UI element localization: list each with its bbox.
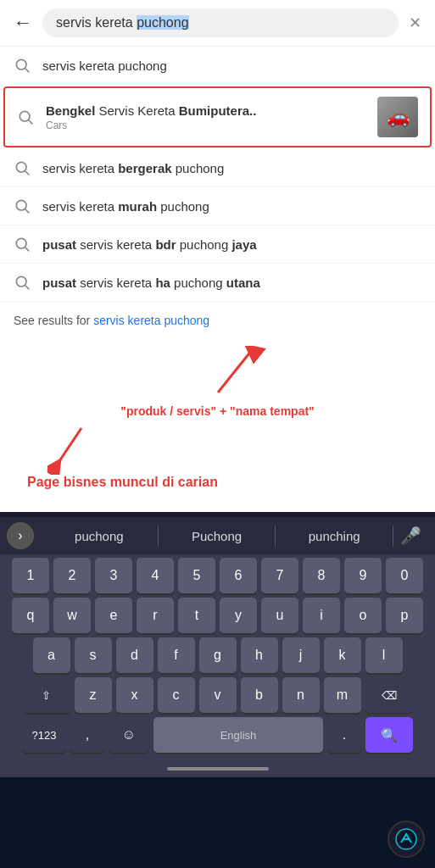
key-6[interactable]: 6 bbox=[220, 558, 257, 593]
expand-suggestions-button[interactable]: › bbox=[7, 522, 34, 549]
search-icon bbox=[14, 274, 31, 291]
key-0[interactable]: 0 bbox=[386, 558, 423, 593]
key-t[interactable]: t bbox=[178, 598, 215, 633]
key-a[interactable]: a bbox=[33, 637, 70, 673]
zxcv-row: ⇧ z x c v b n m ⌫ bbox=[3, 677, 432, 713]
key-g[interactable]: g bbox=[199, 637, 237, 673]
svg-point-6 bbox=[16, 200, 26, 210]
suggestion-text: servis kereta murah puchong bbox=[42, 199, 421, 214]
key-z[interactable]: z bbox=[75, 677, 112, 713]
back-button[interactable]: ← bbox=[10, 8, 36, 37]
key-v[interactable]: v bbox=[199, 677, 237, 713]
key-k[interactable]: k bbox=[324, 637, 361, 673]
key-y[interactable]: y bbox=[220, 598, 257, 633]
num-sym-key[interactable]: ?123 bbox=[22, 717, 66, 753]
business-category: Cars bbox=[46, 120, 365, 131]
annotation-text-2: Page bisnes muncul di carian bbox=[27, 475, 218, 489]
svg-line-11 bbox=[25, 286, 30, 290]
key-9[interactable]: 9 bbox=[344, 558, 382, 593]
key-5[interactable]: 5 bbox=[178, 558, 215, 593]
shift-key[interactable]: ⇧ bbox=[23, 677, 70, 713]
monocal-logo bbox=[394, 827, 418, 851]
word-suggestion-1[interactable]: puchong bbox=[41, 526, 159, 547]
number-row: 1 2 3 4 5 6 7 8 9 0 bbox=[3, 558, 432, 593]
word-suggestion-3[interactable]: punching bbox=[276, 526, 393, 547]
asdf-row: a s d f g h j k l bbox=[3, 637, 432, 673]
suggestion-item[interactable]: servis kereta puchong bbox=[0, 47, 435, 85]
annotation-text-1: "produk / servis" + "nama tempat" bbox=[120, 404, 314, 418]
svg-line-9 bbox=[25, 248, 30, 252]
word-suggestion-2[interactable]: Puchong bbox=[159, 526, 276, 547]
suggestion-item[interactable]: pusat servis kereta bdr puchong jaya bbox=[0, 225, 435, 264]
key-h[interactable]: h bbox=[241, 637, 278, 673]
annotation-block: "produk / servis" + "nama tempat" Page b… bbox=[0, 339, 435, 512]
comma-key[interactable]: , bbox=[70, 717, 104, 753]
backspace-key[interactable]: ⌫ bbox=[365, 677, 413, 713]
svg-line-3 bbox=[29, 120, 33, 125]
key-q[interactable]: q bbox=[12, 598, 49, 633]
suggestion-item[interactable]: pusat servis kereta ha puchong utana bbox=[0, 264, 435, 302]
home-indicator bbox=[167, 767, 269, 771]
suggestion-item[interactable]: servis kereta murah puchong bbox=[0, 187, 435, 225]
suggestion-text: pusat servis kereta ha puchong utana bbox=[42, 275, 421, 290]
key-o[interactable]: o bbox=[344, 598, 382, 633]
key-4[interactable]: 4 bbox=[137, 558, 174, 593]
car-icon: 🚗 bbox=[387, 106, 410, 128]
suggestion-text: servis kereta puchong bbox=[42, 58, 421, 73]
key-m[interactable]: m bbox=[324, 677, 361, 713]
search-text-normal: servis kereta puchong bbox=[56, 15, 189, 31]
arrow-down-container bbox=[14, 424, 421, 475]
key-i[interactable]: i bbox=[303, 598, 340, 633]
suggestion-item-business[interactable]: Bengkel Servis Kereta Bumiputera.. Cars … bbox=[3, 86, 432, 147]
search-area: ← servis kereta puchong ✕ bbox=[0, 0, 435, 46]
search-key[interactable]: 🔍 bbox=[365, 717, 413, 753]
key-d[interactable]: d bbox=[116, 637, 153, 673]
key-n[interactable]: n bbox=[282, 677, 320, 713]
see-results-prefix: See results for bbox=[14, 314, 93, 327]
key-w[interactable]: w bbox=[53, 598, 91, 633]
search-icon bbox=[17, 108, 34, 125]
key-8[interactable]: 8 bbox=[303, 558, 340, 593]
search-bar[interactable]: servis kereta puchong bbox=[42, 8, 399, 37]
arrow-down-left-svg bbox=[47, 424, 115, 475]
clear-button[interactable]: ✕ bbox=[405, 10, 425, 36]
key-c[interactable]: c bbox=[158, 677, 195, 713]
search-icon bbox=[14, 57, 31, 74]
key-u[interactable]: u bbox=[261, 598, 298, 633]
keyboard-area: › puchong Puchong punching 🎤 1 2 3 4 5 6… bbox=[0, 512, 435, 777]
key-1[interactable]: 1 bbox=[12, 558, 49, 593]
key-b[interactable]: b bbox=[241, 677, 278, 713]
suggestions-list: servis kereta puchong Bengkel Servis Ker… bbox=[0, 46, 435, 339]
search-icon bbox=[14, 236, 31, 253]
space-key[interactable]: English bbox=[153, 717, 323, 753]
key-p[interactable]: p bbox=[386, 598, 423, 633]
emoji-key[interactable]: ☺ bbox=[109, 717, 149, 753]
svg-line-15 bbox=[56, 428, 81, 466]
key-r[interactable]: r bbox=[137, 598, 174, 633]
key-7[interactable]: 7 bbox=[261, 558, 298, 593]
key-x[interactable]: x bbox=[116, 677, 153, 713]
key-e[interactable]: e bbox=[95, 598, 132, 633]
key-f[interactable]: f bbox=[158, 637, 195, 673]
qwerty-row: q w e r t y u i o p bbox=[3, 598, 432, 633]
svg-line-5 bbox=[25, 171, 30, 175]
see-results[interactable]: See results for servis kereta puchong bbox=[0, 302, 435, 339]
key-j[interactable]: j bbox=[282, 637, 320, 673]
key-2[interactable]: 2 bbox=[53, 558, 91, 593]
svg-line-7 bbox=[25, 209, 30, 214]
suggestion-text: servis kereta bergerak puchong bbox=[42, 161, 421, 175]
business-info: Bengkel Servis Kereta Bumiputera.. Cars bbox=[46, 103, 365, 131]
period-key[interactable]: . bbox=[327, 717, 361, 753]
svg-point-10 bbox=[16, 276, 26, 287]
keyboard-rows: 1 2 3 4 5 6 7 8 9 0 q w e r t y u i o p … bbox=[0, 554, 435, 760]
see-results-link[interactable]: servis kereta puchong bbox=[93, 314, 209, 327]
key-s[interactable]: s bbox=[75, 637, 112, 673]
svg-line-1 bbox=[25, 69, 30, 73]
svg-point-8 bbox=[16, 238, 26, 248]
suggestion-item[interactable]: servis kereta bergerak puchong bbox=[0, 149, 435, 187]
page-bisnes-label: Page bisnes muncul di carian bbox=[14, 475, 421, 498]
key-l[interactable]: l bbox=[365, 637, 403, 673]
key-3[interactable]: 3 bbox=[95, 558, 132, 593]
microphone-button[interactable]: 🎤 bbox=[393, 522, 428, 549]
svg-point-0 bbox=[16, 59, 26, 70]
